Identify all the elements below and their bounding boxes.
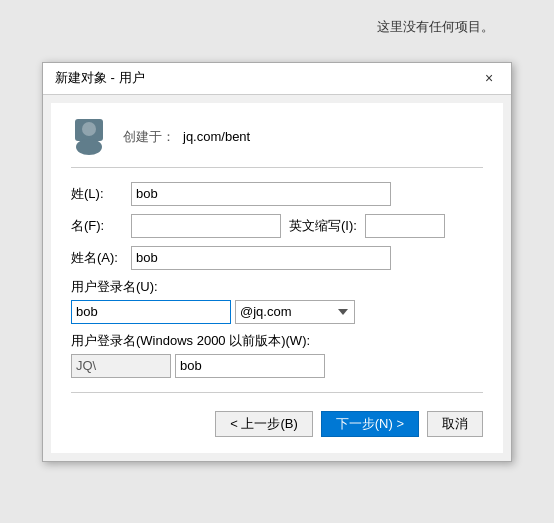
first-name-label: 名(F):: [71, 217, 131, 235]
win2k-row: [71, 354, 483, 378]
last-name-input[interactable]: [131, 182, 391, 206]
initials-input[interactable]: [365, 214, 445, 238]
win2k-username-input[interactable]: [175, 354, 325, 378]
domain-select[interactable]: @jq.com: [235, 300, 355, 324]
full-name-label: 姓名(A):: [71, 249, 131, 267]
dialog: 新建对象 - 用户 × 创建于： jq.com/bent 姓(L):: [42, 62, 512, 462]
initials-label: 英文缩写(I):: [289, 217, 357, 235]
last-name-label: 姓(L):: [71, 185, 131, 203]
divider: [71, 392, 483, 393]
full-name-input[interactable]: [131, 246, 391, 270]
dialog-body: 创建于： jq.com/bent 姓(L): 名(F): 英文缩写(I): 姓名…: [51, 103, 503, 453]
username-row: @jq.com: [71, 300, 483, 324]
cancel-button[interactable]: 取消: [427, 411, 483, 437]
svg-point-2: [76, 139, 102, 155]
user-icon: [71, 119, 107, 155]
header-info: 创建于： jq.com/bent: [123, 128, 250, 146]
created-label: 创建于：: [123, 128, 175, 146]
dialog-title: 新建对象 - 用户: [55, 69, 145, 87]
win2k-prefix-input: [71, 354, 171, 378]
close-button[interactable]: ×: [479, 68, 499, 88]
first-name-row: 名(F): 英文缩写(I):: [71, 214, 483, 238]
title-bar: 新建对象 - 用户 ×: [43, 63, 511, 95]
first-name-group: 英文缩写(I):: [131, 214, 445, 238]
win2k-section-label: 用户登录名(Windows 2000 以前版本)(W):: [71, 332, 483, 350]
svg-point-1: [82, 122, 96, 136]
back-button[interactable]: < 上一步(B): [215, 411, 313, 437]
header-section: 创建于： jq.com/bent: [71, 119, 483, 168]
created-value: jq.com/bent: [183, 129, 250, 144]
first-name-input[interactable]: [131, 214, 281, 238]
next-button[interactable]: 下一步(N) >: [321, 411, 419, 437]
last-name-row: 姓(L):: [71, 182, 483, 206]
full-name-row: 姓名(A):: [71, 246, 483, 270]
username-section-label: 用户登录名(U):: [71, 278, 483, 296]
button-row: < 上一步(B) 下一步(N) > 取消: [71, 403, 483, 437]
username-input[interactable]: [71, 300, 231, 324]
background-hint: 这里没有任何项目。: [377, 18, 494, 36]
